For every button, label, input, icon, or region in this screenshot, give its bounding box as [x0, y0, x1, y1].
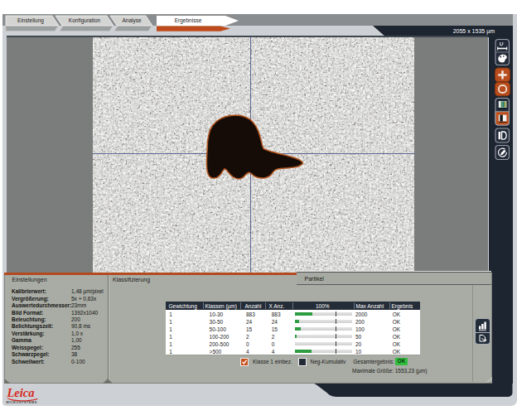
- svg-text:Leica: Leica: [7, 386, 35, 399]
- svg-text:MICROSYSTEMS: MICROSYSTEMS: [7, 401, 37, 404]
